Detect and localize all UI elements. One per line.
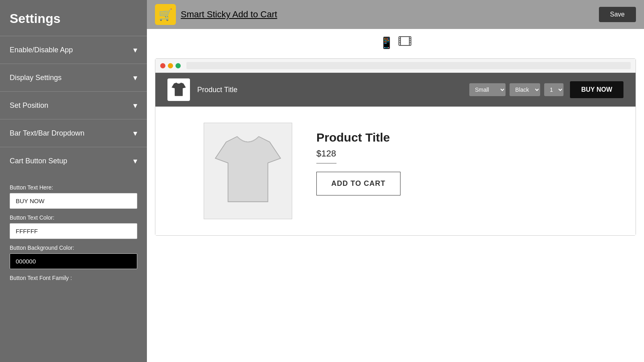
browser-bar bbox=[155, 59, 636, 73]
mobile-icon[interactable]: 📱 bbox=[380, 36, 394, 50]
product-price: $128 bbox=[316, 148, 336, 159]
product-info: Product Title $128 ADD TO CART bbox=[316, 123, 603, 195]
main-content: 🛒 Smart Sticky Add to Cart Save 📱 bbox=[147, 0, 644, 362]
svg-text:🛒: 🛒 bbox=[159, 8, 173, 21]
sidebar-section-set-position[interactable]: Set Position ▾ bbox=[0, 91, 147, 119]
desktop-icon[interactable] bbox=[398, 36, 411, 50]
button-text-input[interactable] bbox=[10, 193, 137, 209]
chevron-icon-bar-text: ▾ bbox=[133, 128, 137, 138]
app-title: Smart Sticky Add to Cart bbox=[181, 9, 599, 20]
sticky-product-thumbnail bbox=[167, 78, 190, 101]
product-divider bbox=[316, 163, 336, 164]
product-section: Product Title $128 ADD TO CART bbox=[155, 107, 636, 235]
sidebar-section-label-enable: Enable/Disable App bbox=[10, 46, 73, 54]
sidebar-title: Settings bbox=[0, 0, 147, 36]
top-bar: 🛒 Smart Sticky Add to Cart Save bbox=[147, 0, 644, 29]
sticky-size-select[interactable]: Small Medium Large bbox=[469, 83, 506, 96]
browser-dot-green bbox=[175, 63, 181, 68]
button-text-color-input[interactable] bbox=[10, 223, 137, 239]
add-to-cart-button[interactable]: ADD TO CART bbox=[316, 172, 400, 195]
sticky-bar: Product Title Small Medium Large Black W… bbox=[155, 73, 636, 107]
preview-area: 📱 bbox=[147, 29, 644, 362]
sticky-color-select[interactable]: Black White Red bbox=[510, 83, 540, 96]
button-font-label: Button Text Font Family : bbox=[10, 275, 137, 281]
chevron-icon-enable: ▾ bbox=[133, 45, 137, 55]
chevron-icon-display: ▾ bbox=[133, 73, 137, 82]
browser-url-bar bbox=[186, 62, 631, 69]
cart-button-setup-content: Button Text Here: Button Text Color: But… bbox=[0, 175, 147, 292]
app-logo: 🛒 bbox=[155, 4, 176, 25]
button-text-label: Button Text Here: bbox=[10, 184, 137, 191]
sidebar-section-label-bar-text: Bar Text/Bar Dropdown bbox=[10, 129, 85, 138]
sidebar-section-bar-text[interactable]: Bar Text/Bar Dropdown ▾ bbox=[0, 119, 147, 147]
button-bg-color-input[interactable] bbox=[10, 253, 137, 269]
sticky-selects: Small Medium Large Black White Red 1 2 3 bbox=[469, 83, 564, 96]
sticky-quantity-select[interactable]: 1 2 3 bbox=[544, 83, 564, 96]
sidebar-section-cart-button[interactable]: Cart Button Setup ▾ Button Text Here: Bu… bbox=[0, 147, 147, 292]
chevron-icon-cart: ▾ bbox=[133, 156, 137, 166]
browser-dot-red bbox=[160, 63, 165, 68]
sidebar: Settings Enable/Disable App ▾ Display Se… bbox=[0, 0, 147, 362]
sidebar-section-label-position: Set Position bbox=[10, 101, 48, 110]
save-button[interactable]: Save bbox=[599, 7, 636, 22]
chevron-icon-position: ▾ bbox=[133, 101, 137, 110]
button-text-color-label: Button Text Color: bbox=[10, 214, 137, 221]
sticky-product-title: Product Title bbox=[197, 86, 469, 94]
device-toggle: 📱 bbox=[147, 29, 644, 54]
browser-mockup: Product Title Small Medium Large Black W… bbox=[155, 58, 636, 236]
product-title: Product Title bbox=[316, 131, 390, 144]
button-bg-color-label: Button Background Color: bbox=[10, 245, 137, 251]
browser-dot-yellow bbox=[168, 63, 173, 68]
sidebar-section-label-cart: Cart Button Setup bbox=[10, 157, 67, 165]
sidebar-section-enable-disable[interactable]: Enable/Disable App ▾ bbox=[0, 36, 147, 64]
sidebar-section-display-settings[interactable]: Display Settings ▾ bbox=[0, 64, 147, 91]
sidebar-section-label-display: Display Settings bbox=[10, 74, 62, 82]
product-image bbox=[204, 123, 292, 219]
sticky-buy-now-button[interactable]: BUY NOW bbox=[570, 81, 623, 98]
